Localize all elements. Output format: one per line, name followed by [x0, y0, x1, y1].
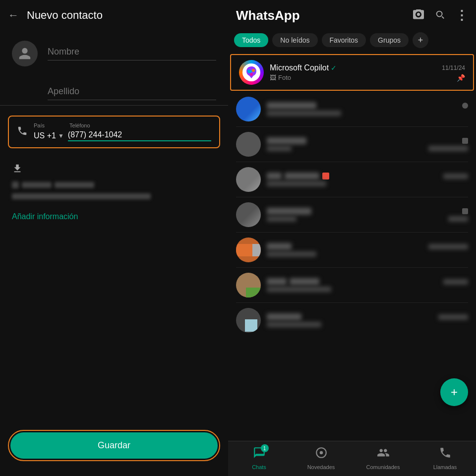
nav-novedades[interactable]: Novedades [290, 446, 352, 470]
chat-name-blur-1 [267, 102, 316, 109]
phone-fields: País Teléfono US +1 ▼ [34, 122, 211, 141]
avatar-1 [236, 97, 261, 121]
phone-icon [17, 125, 28, 139]
time-blur-4 [462, 208, 468, 214]
msg-blur-2b [428, 146, 468, 151]
chat-item-3[interactable] [228, 162, 476, 197]
chat-info-6 [267, 278, 468, 292]
chats-badge: 1 [261, 444, 269, 452]
chat-info-3 [267, 173, 468, 186]
llamadas-label: Llamadas [433, 464, 457, 470]
apellido-section [0, 76, 228, 106]
page-title: Nuevo contacto [27, 9, 103, 22]
copilot-chat-info: Microsoft Copilot ✓ 11/11/24 🖼 Foto 📌 [270, 63, 465, 82]
time-blur-2 [462, 138, 468, 144]
new-chat-fab[interactable]: + [440, 378, 468, 406]
chat-item-5[interactable] [228, 233, 476, 267]
svg-point-3 [250, 73, 253, 76]
svg-point-5 [319, 451, 323, 455]
chat-name-blur-3b [285, 173, 319, 179]
telefono-label: Teléfono [69, 122, 90, 128]
chat-name-blur-3a [267, 173, 282, 179]
save-button[interactable]: Guardar [10, 432, 218, 459]
filter-todos[interactable]: Todos [234, 33, 268, 47]
time-blur-6 [443, 279, 468, 285]
camera-icon[interactable] [413, 8, 424, 23]
search-icon[interactable] [434, 9, 445, 23]
phone-labels: País Teléfono [34, 122, 211, 128]
avatar-5 [236, 238, 261, 262]
novedades-label: Novedades [307, 464, 335, 470]
whatsapp-chats-panel: WhatsApp ⋮ Todos No leídos Favoritos Gru… [228, 0, 476, 476]
chat-name-blur-6b [290, 278, 319, 285]
country-selector[interactable]: US +1 ▼ [34, 131, 64, 140]
blurred-content-1 [12, 181, 216, 188]
save-button-container: Guardar [8, 430, 220, 461]
blurred-content-2 [12, 193, 216, 199]
avatar-4 [236, 202, 261, 227]
chat-name-blur-4 [267, 208, 311, 215]
chat-item-7[interactable] [228, 303, 476, 338]
download-section [0, 158, 228, 204]
chat-preview-blur-1 [267, 111, 341, 116]
msg-blur-7 [267, 322, 321, 327]
chat-item-2[interactable] [228, 127, 476, 162]
phone-inputs-row: US +1 ▼ [34, 130, 211, 141]
copilot-name: Microsoft Copilot ✓ [270, 63, 337, 72]
filter-no-leidos[interactable]: No leídos [272, 33, 317, 47]
filter-add-button[interactable]: + [413, 32, 428, 48]
msg-blur-5 [267, 251, 316, 257]
phone-number-input[interactable] [68, 130, 211, 141]
chat-info-2 [267, 137, 468, 151]
chat-info-1 [267, 102, 468, 116]
new-contact-panel: ← Nuevo contacto País Teléfono US +1 ▼ [0, 0, 228, 476]
apellido-input[interactable] [48, 86, 216, 100]
more-options-icon[interactable]: ⋮ [455, 8, 468, 23]
chat-item-copilot[interactable]: Microsoft Copilot ✓ 11/11/24 🖼 Foto 📌 [230, 54, 474, 91]
comunidades-label: Comunidades [366, 464, 400, 470]
chat-info-5 [267, 243, 468, 257]
nav-llamadas[interactable]: Llamadas [414, 446, 476, 470]
verified-icon: ✓ [331, 64, 337, 72]
msg-blur-3 [267, 181, 326, 186]
filter-favoritos[interactable]: Favoritos [322, 33, 366, 47]
nav-chats[interactable]: 1 Chats [228, 446, 290, 470]
download-icon [12, 163, 216, 177]
left-header: ← Nuevo contacto [0, 0, 228, 31]
avatar-placeholder [12, 41, 38, 66]
chat-list: Microsoft Copilot ✓ 11/11/24 🖼 Foto 📌 [228, 54, 476, 441]
app-title: WhatsApp [236, 8, 300, 23]
right-header: WhatsApp ⋮ [228, 0, 476, 29]
pais-label: País [34, 122, 45, 128]
chat-item-1[interactable] [228, 92, 476, 126]
chat-item-4[interactable] [228, 197, 476, 232]
chat-item-6[interactable] [228, 268, 476, 302]
dropdown-arrow-icon: ▼ [58, 132, 64, 139]
phone-section[interactable]: País Teléfono US +1 ▼ [8, 116, 220, 148]
novedades-icon [315, 446, 328, 462]
copilot-name-row: Microsoft Copilot ✓ 11/11/24 [270, 63, 465, 72]
bottom-nav: 1 Chats Novedades Comunidades Llamadas [228, 441, 476, 476]
chat-info-7 [267, 313, 468, 327]
country-code: US +1 [34, 131, 56, 140]
llamadas-icon [439, 446, 452, 462]
avatar-3 [236, 167, 261, 192]
avatar-6 [236, 273, 261, 298]
comunidades-icon [377, 446, 390, 462]
pin-icon: 📌 [457, 74, 465, 82]
chats-label: Chats [252, 464, 266, 470]
add-info-button[interactable]: Añadir información [0, 204, 228, 229]
copilot-avatar [239, 60, 264, 85]
back-button[interactable]: ← [8, 9, 19, 22]
chats-icon: 1 [253, 446, 266, 462]
photo-icon: 🖼 [270, 74, 276, 81]
nav-comunidades[interactable]: Comunidades [352, 446, 414, 470]
chat-name-blur-7 [267, 313, 301, 320]
copilot-time: 11/11/24 [442, 64, 465, 71]
filter-grupos[interactable]: Grupos [370, 33, 409, 47]
chat-name-blur-2 [267, 137, 306, 144]
copilot-preview: 🖼 Foto [270, 74, 291, 81]
header-icons: ⋮ [413, 8, 468, 23]
msg-blur-4a [267, 216, 297, 222]
nombre-input[interactable] [48, 47, 216, 57]
